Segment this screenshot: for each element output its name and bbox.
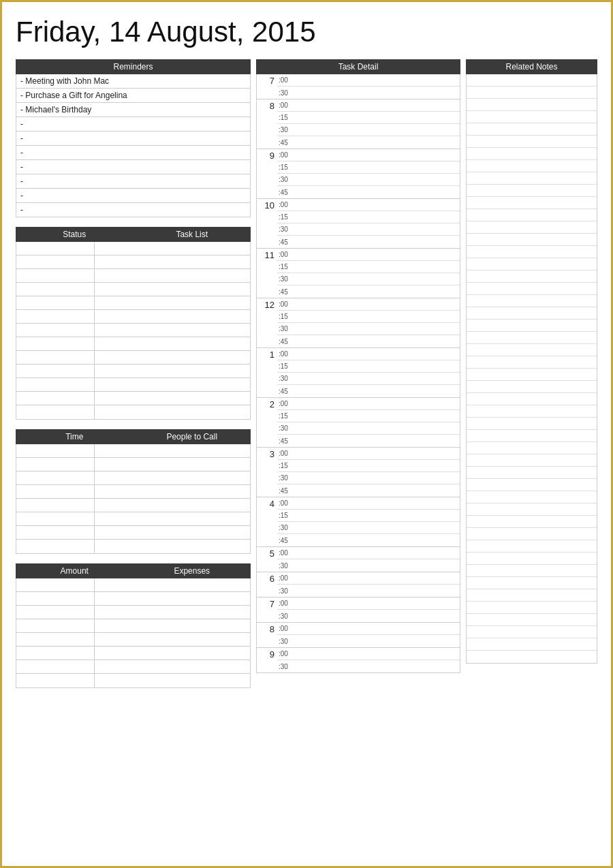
time-slot-label: :30 (277, 562, 296, 570)
note-row (467, 381, 597, 393)
note-row (467, 295, 597, 307)
time-slot-label: :15 (277, 462, 296, 469)
expense-row (16, 619, 250, 633)
time-slot: :30 (277, 323, 460, 335)
hour-label: 2 (257, 398, 277, 447)
time-block: 11:00:15:30:45 (257, 249, 460, 298)
time-slots: :00:15:30:45 (277, 398, 460, 447)
hour-label: 6 (257, 572, 277, 597)
people-row (16, 526, 250, 540)
task-name-cell (95, 351, 250, 364)
people-name-cell (95, 526, 250, 539)
time-slot-label: :00 (277, 201, 296, 208)
time-slot: :15 (277, 211, 460, 223)
hour-label: 1 (257, 348, 277, 397)
hour-label: 12 (257, 298, 277, 347)
time-slot: :30 (277, 174, 460, 186)
note-row (467, 638, 597, 651)
task-name-cell (95, 255, 250, 268)
expenses-section: Amount Expenses (16, 563, 251, 688)
hour-label: 5 (257, 547, 277, 572)
note-row (467, 614, 597, 626)
task-name-cell (95, 242, 250, 255)
time-slot-label: :45 (277, 288, 296, 296)
expense-desc-cell (95, 592, 250, 605)
task-status-cell (16, 365, 95, 377)
time-slot: :15 (277, 360, 460, 373)
time-slot: :30 (277, 610, 460, 622)
task-status-cell (16, 242, 95, 255)
expense-row (16, 647, 250, 660)
expense-amount-cell (16, 578, 95, 591)
note-row (467, 246, 597, 258)
time-slot-label: :15 (277, 362, 296, 370)
note-row (467, 491, 597, 503)
time-slot-label: :00 (277, 251, 296, 258)
time-slot: :00 (277, 99, 460, 112)
note-row (467, 320, 597, 332)
time-slot: :30 (277, 585, 460, 597)
time-slot-label: :00 (277, 625, 296, 632)
task-status-cell (16, 324, 95, 337)
left-column: Reminders - Meeting with John Mac- Purch… (16, 59, 251, 698)
task-status-cell (16, 269, 95, 282)
time-slot-label: :30 (277, 325, 296, 332)
time-slot-label: :30 (277, 663, 296, 670)
people-time-cell (16, 512, 95, 525)
time-slots: :00:30 (277, 572, 460, 597)
time-slot-label: :30 (277, 638, 296, 645)
hour-label: 11 (257, 249, 277, 298)
note-row (467, 221, 597, 234)
time-slot: :00 (277, 149, 460, 161)
note-row (467, 185, 597, 197)
task-name-cell (95, 269, 250, 282)
people-row (16, 471, 250, 485)
task-row (16, 365, 250, 378)
right-column: Related Notes (466, 59, 597, 698)
time-slot-label: :30 (277, 226, 296, 233)
time-slot-label: :15 (277, 412, 296, 420)
expense-row (16, 633, 250, 647)
expense-amount-cell (16, 674, 95, 687)
time-block: 6:00:30 (257, 572, 460, 598)
time-slot: :00 (277, 572, 460, 585)
time-slot-label: :30 (277, 176, 296, 183)
time-slot-label: :15 (277, 313, 296, 320)
note-row (467, 160, 597, 172)
reminder-row: - (16, 117, 250, 131)
reminders-list: - Meeting with John Mac- Purchase a Gift… (16, 74, 251, 217)
task-status-cell (16, 405, 95, 419)
expense-amount-cell (16, 592, 95, 605)
time-slot: :45 (277, 385, 460, 397)
people-name-cell (95, 540, 250, 553)
reminder-row: - Meeting with John Mac (16, 74, 250, 89)
time-block: 10:00:15:30:45 (257, 199, 460, 249)
note-row (467, 209, 597, 221)
time-slot: :45 (277, 136, 460, 149)
people-section: Time People to Call (16, 429, 251, 554)
time-slot-label: :30 (277, 474, 296, 482)
time-slot: :00 (277, 199, 460, 211)
time-slot-label: :15 (277, 512, 296, 519)
task-detail-section: 7:00:308:00:15:30:459:00:15:30:4510:00:1… (256, 74, 460, 673)
hour-label: 10 (257, 199, 277, 248)
time-slots: :00:15:30:45 (277, 348, 460, 397)
task-name-cell (95, 405, 250, 419)
reminder-row: - Purchase a Gift for Angelina (16, 89, 250, 103)
reminder-row: - (16, 203, 250, 217)
time-slot: :00 (277, 598, 460, 610)
time-slot-label: :30 (277, 126, 296, 134)
task-name-cell (95, 337, 250, 350)
time-slots: :00:15:30:45 (277, 99, 460, 149)
time-block: 12:00:15:30:45 (257, 298, 460, 348)
note-row (467, 270, 597, 283)
time-slot-label: :00 (277, 600, 296, 607)
time-slot-label: :00 (277, 499, 296, 507)
task-row (16, 337, 250, 351)
task-name-cell (95, 392, 250, 405)
time-slot: :00 (277, 623, 460, 635)
time-slot: :00 (277, 497, 460, 510)
time-slot: :45 (277, 435, 460, 447)
time-slot: :15 (277, 261, 460, 273)
time-slot: :30 (277, 522, 460, 534)
